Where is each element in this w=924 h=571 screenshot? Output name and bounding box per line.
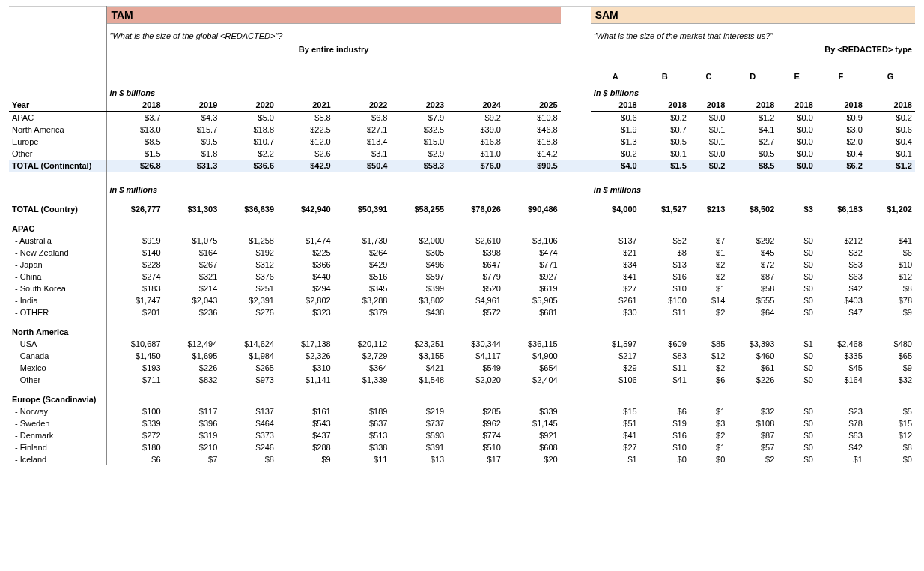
- tam-value: $137: [220, 405, 277, 417]
- sam-value: $1: [591, 453, 640, 465]
- tam-value: $3,155: [390, 350, 447, 362]
- tam-value: $4.3: [164, 112, 221, 124]
- sam-value: $15: [591, 405, 640, 417]
- tam-value: $22.5: [277, 124, 334, 136]
- sam-value: $261: [591, 294, 640, 306]
- sam-value: $27: [591, 283, 640, 294]
- tam-value: $294: [277, 283, 334, 294]
- tam-value: $2.2: [220, 148, 277, 160]
- sam-value: $0.0: [690, 112, 729, 124]
- tam-value: $15.7: [164, 124, 221, 136]
- country-row-label: - Australia: [9, 235, 106, 247]
- tam-value: $438: [390, 306, 447, 318]
- tam-value: $373: [220, 429, 277, 441]
- sam-value: $100: [640, 294, 690, 306]
- tam-value: $474: [504, 247, 561, 259]
- tam-total: $50.4: [334, 160, 391, 172]
- tam-total: $42.9: [277, 160, 334, 172]
- tam-value: $228: [106, 259, 164, 271]
- sam-country-total: $3: [777, 203, 816, 215]
- tam-value: $543: [277, 417, 334, 429]
- tam-value: $285: [447, 405, 504, 417]
- tam-value: $619: [504, 283, 561, 294]
- sam-value: $85: [690, 338, 729, 350]
- sam-value: $1,597: [591, 338, 640, 350]
- continent-row-label: North America: [9, 124, 106, 136]
- sam-value: $57: [728, 441, 777, 453]
- sam-value: $108: [728, 417, 777, 429]
- tam-value: $305: [390, 247, 447, 259]
- tam-value: $647: [447, 259, 504, 271]
- sam-total: $4.0: [591, 160, 640, 172]
- sam-value: $3,393: [728, 338, 777, 350]
- tam-value: $1,984: [220, 350, 277, 362]
- tam-country-total: $26,777: [106, 203, 164, 215]
- tam-value: $30,344: [447, 338, 504, 350]
- tam-value: $310: [277, 362, 334, 374]
- tam-value: $14,624: [220, 338, 277, 350]
- tam-value: $654: [504, 362, 561, 374]
- tam-year: 2024: [447, 99, 504, 112]
- tam-value: $20,112: [334, 338, 391, 350]
- sam-value: $0.2: [866, 112, 915, 124]
- sam-value: $0.0: [777, 136, 816, 148]
- sam-country-total: $8,502: [728, 203, 777, 215]
- sam-subheader: By <REDACTED> type: [591, 43, 915, 55]
- tam-value: $276: [220, 306, 277, 318]
- tam-value: $1,474: [277, 235, 334, 247]
- tam-value: $973: [220, 374, 277, 386]
- sam-value: $0: [777, 247, 816, 259]
- sam-category: D: [728, 70, 777, 82]
- sam-value: $3.0: [816, 124, 866, 136]
- tam-value: $39.0: [447, 124, 504, 136]
- sam-value: $0.0: [690, 148, 729, 160]
- sam-value: $7: [690, 235, 729, 247]
- tam-value: $9.5: [164, 136, 221, 148]
- sam-value: $6: [866, 247, 915, 259]
- tam-value: $1,075: [164, 235, 221, 247]
- tam-value: $3.1: [334, 148, 391, 160]
- tam-value: $376: [220, 271, 277, 283]
- tam-value: $272: [106, 429, 164, 441]
- country-row-label: - India: [9, 294, 106, 306]
- sam-value: $45: [728, 247, 777, 259]
- sam-value: $0.9: [816, 112, 866, 124]
- sam-value: $0.6: [866, 124, 915, 136]
- sam-value: $51: [591, 417, 640, 429]
- tam-value: $12,494: [164, 338, 221, 350]
- sam-value: $21: [591, 247, 640, 259]
- sam-country-total: $6,183: [816, 203, 866, 215]
- tam-value: $1.8: [164, 148, 221, 160]
- tam-value: $637: [334, 417, 391, 429]
- tam-value: $100: [106, 405, 164, 417]
- sam-value: $2.7: [728, 136, 777, 148]
- sam-value: $11: [640, 306, 690, 318]
- tam-value: $3,106: [504, 235, 561, 247]
- tam-value: $2,000: [390, 235, 447, 247]
- year-label: Year: [9, 99, 106, 112]
- country-row-label: - Denmark: [9, 429, 106, 441]
- sam-value: $0: [777, 429, 816, 441]
- tam-value: $4,961: [447, 294, 504, 306]
- tam-value: $251: [220, 283, 277, 294]
- country-row-label: - Other: [9, 374, 106, 386]
- sam-value: $0.1: [866, 148, 915, 160]
- sam-value: $16: [640, 429, 690, 441]
- tam-value: $214: [164, 283, 221, 294]
- sam-value: $53: [816, 259, 866, 271]
- tam-value: $1.5: [106, 148, 164, 160]
- sam-value: $58: [728, 283, 777, 294]
- continent-row-label: Europe: [9, 136, 106, 148]
- tam-value: $593: [390, 429, 447, 441]
- tam-value: $6.8: [334, 112, 391, 124]
- sam-value: $2: [690, 429, 729, 441]
- tam-value: $140: [106, 247, 164, 259]
- continent-row-label: APAC: [9, 112, 106, 124]
- sam-value: $0.0: [777, 148, 816, 160]
- tam-value: $737: [390, 417, 447, 429]
- tam-value: $338: [334, 441, 391, 453]
- sam-value: $64: [728, 306, 777, 318]
- sam-value: $9: [866, 362, 915, 374]
- sam-value: $1: [690, 247, 729, 259]
- sam-value: $0: [777, 453, 816, 465]
